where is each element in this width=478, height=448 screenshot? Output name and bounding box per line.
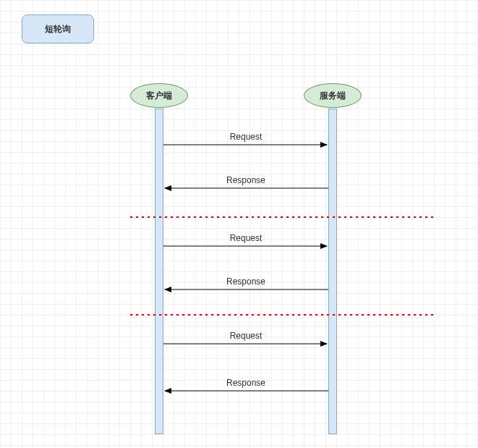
- message-label-2: Request: [230, 233, 263, 243]
- participant-client-label: 客户端: [146, 90, 172, 102]
- message-label-0: Request: [230, 132, 263, 142]
- lifeline-server: [328, 109, 337, 434]
- participant-client: 客户端: [130, 83, 188, 108]
- message-label-1: Response: [226, 175, 265, 185]
- message-label-4: Request: [230, 331, 263, 341]
- participant-server: 服务端: [304, 83, 362, 108]
- lifeline-client: [155, 109, 163, 434]
- message-label-3: Response: [226, 276, 265, 287]
- diagram-title: 短轮询: [22, 14, 94, 43]
- participant-server-label: 服务端: [320, 90, 346, 102]
- message-label-5: Response: [226, 378, 265, 388]
